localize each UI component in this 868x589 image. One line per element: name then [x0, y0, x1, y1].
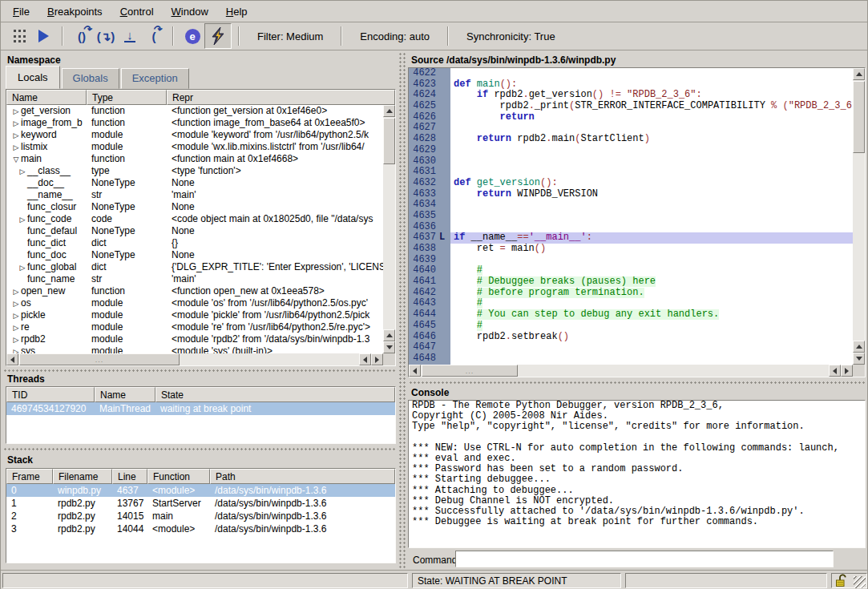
- namespace-vscrollbar[interactable]: [383, 105, 395, 353]
- source-line[interactable]: 4642 # before program termination.: [409, 288, 853, 299]
- tree-collapsed-icon[interactable]: ▷: [11, 322, 21, 333]
- go-button[interactable]: [31, 25, 55, 47]
- namespace-hscrollbar[interactable]: ...: [6, 353, 383, 365]
- synchronicity-indicator[interactable]: Synchronicity: True: [455, 30, 567, 42]
- source-line[interactable]: 4630: [409, 156, 853, 167]
- scroll-down-button[interactable]: [383, 341, 395, 353]
- namespace-row[interactable]: func_namestr'main': [6, 273, 383, 285]
- source-vscrollbar[interactable]: [853, 68, 865, 365]
- menu-item-breakpoints[interactable]: Breakpoints: [38, 2, 111, 21]
- source-line[interactable]: 4638 ret = main(): [409, 244, 853, 255]
- namespace-row[interactable]: ▷__class__type<type 'function'>: [6, 165, 383, 177]
- source-line[interactable]: 4626 return: [409, 112, 853, 123]
- column-header-function[interactable]: Function: [147, 469, 210, 484]
- namespace-row[interactable]: ▷keywordmodule<module 'keyword' from '/u…: [6, 129, 383, 141]
- namespace-row[interactable]: ▷osmodule<module 'os' from '/usr/lib64/p…: [6, 297, 383, 309]
- scroll-up-button[interactable]: [383, 105, 395, 117]
- source-line[interactable]: 4627: [409, 123, 853, 134]
- scroll-thumb[interactable]: [853, 81, 865, 153]
- column-header-state[interactable]: State: [155, 387, 395, 402]
- source-line[interactable]: 4625 rpdb2._print(STR_ERROR_INTERFACE_CO…: [409, 101, 853, 112]
- namespace-row[interactable]: ▷func_globaldict{'DLG_EXPR_TITLE': 'Ente…: [6, 261, 383, 273]
- menu-item-help[interactable]: Help: [217, 2, 256, 21]
- source-view[interactable]: 4622 4623def main():4624 if rpdb2.get_ve…: [408, 67, 866, 377]
- scroll-left-button[interactable]: [409, 365, 421, 377]
- column-header-frame[interactable]: Frame: [6, 469, 53, 484]
- namespace-row[interactable]: ▷func_codecode<code object main at 0x180…: [6, 213, 383, 225]
- scroll-up-button[interactable]: [853, 68, 865, 80]
- tree-collapsed-icon[interactable]: ▷: [18, 166, 27, 177]
- source-line[interactable]: 4636: [409, 222, 853, 233]
- namespace-row[interactable]: ▷image_from_bfunction<function image_fro…: [6, 117, 383, 129]
- menu-item-file[interactable]: File: [4, 2, 38, 21]
- step-over-button[interactable]: ()↷: [70, 25, 94, 47]
- source-line[interactable]: 4645 #: [409, 321, 853, 332]
- namespace-row[interactable]: ▷get_versionfunction<function get_versio…: [6, 105, 383, 117]
- column-header-type[interactable]: Type: [87, 90, 167, 105]
- source-line[interactable]: 4647: [409, 342, 853, 353]
- encoding-indicator[interactable]: Encoding: auto: [349, 30, 441, 42]
- namespace-row[interactable]: ▷open_newfunction<function open_new at 0…: [6, 285, 383, 297]
- scroll-thumb[interactable]: ...: [19, 353, 180, 365]
- tree-collapsed-icon[interactable]: ▷: [11, 310, 21, 321]
- source-line[interactable]: 4639: [409, 255, 853, 266]
- scroll-left-button[interactable]: [6, 353, 18, 365]
- column-header-name[interactable]: Name: [6, 90, 87, 105]
- goto-button[interactable]: ↓: [118, 25, 142, 47]
- scroll-right-button[interactable]: [371, 353, 383, 365]
- column-header-name[interactable]: Name: [95, 387, 155, 402]
- tree-collapsed-icon[interactable]: ▷: [11, 334, 21, 345]
- tree-collapsed-icon[interactable]: ▷: [18, 262, 27, 273]
- resize-grip[interactable]: [854, 576, 866, 588]
- step-into-button[interactable]: (↴): [94, 25, 118, 47]
- namespace-row[interactable]: ▷picklemodule<module 'pickle' from '/usr…: [6, 309, 383, 321]
- source-line[interactable]: 4622: [409, 68, 853, 79]
- source-line[interactable]: 4633 return WINPDB_VERSION: [409, 189, 853, 200]
- main-vertical-splitter[interactable]: [398, 51, 406, 569]
- scroll-up-button[interactable]: [853, 341, 865, 353]
- tree-expanded-icon[interactable]: ▽: [11, 154, 21, 165]
- tab-locals[interactable]: Locals: [6, 66, 60, 89]
- return-button[interactable]: (↷: [142, 25, 166, 47]
- tree-collapsed-icon[interactable]: ▷: [11, 106, 21, 117]
- stack-frame-row[interactable]: 2rpdb2.py14015main/data/sys/bin/winpdb-1…: [6, 510, 395, 522]
- break-button[interactable]: [7, 25, 31, 47]
- tree-collapsed-icon[interactable]: ▷: [11, 346, 21, 353]
- thread-row[interactable]: 46974534127920MainThreadwaiting at break…: [6, 402, 395, 415]
- column-header-line[interactable]: Line: [112, 469, 147, 484]
- namespace-row[interactable]: __name__str'main': [6, 189, 383, 201]
- tab-exception[interactable]: Exception: [121, 68, 189, 89]
- source-line[interactable]: 4624 if rpdb2.get_version() != "RPDB_2_3…: [409, 90, 853, 101]
- scroll-thumb[interactable]: [383, 118, 395, 164]
- source-line[interactable]: 4623def main():: [409, 79, 853, 91]
- synchronicity-toggle-button[interactable]: [204, 23, 232, 49]
- namespace-row[interactable]: func_closurNoneTypeNone: [6, 201, 383, 213]
- source-line[interactable]: 4646 rpdb2.setbreak(): [409, 332, 853, 343]
- stack-frame-row[interactable]: 3rpdb2.py14044<module>/data/sys/bin/winp…: [6, 522, 395, 535]
- scroll-thumb[interactable]: ...: [422, 365, 518, 377]
- source-hscrollbar[interactable]: ...: [409, 365, 853, 377]
- scroll-right-button[interactable]: [841, 365, 853, 377]
- tree-collapsed-icon[interactable]: ▷: [11, 130, 21, 141]
- scroll-up-button[interactable]: [383, 329, 395, 341]
- menu-item-window[interactable]: Window: [163, 2, 217, 21]
- namespace-row[interactable]: ▷listmixmodule<module 'wx.lib.mixins.lis…: [6, 141, 383, 153]
- column-header-tid[interactable]: TID: [6, 387, 95, 402]
- tree-collapsed-icon[interactable]: ▷: [11, 142, 21, 153]
- filter-indicator[interactable]: Filter: Medium: [246, 30, 334, 42]
- column-header-repr[interactable]: Repr: [167, 90, 395, 105]
- namespace-row[interactable]: __doc__NoneTypeNone: [6, 177, 383, 189]
- console-output[interactable]: RPDB - The Remote Python Debugger, versi…: [408, 400, 866, 548]
- tree-collapsed-icon[interactable]: ▷: [18, 214, 27, 225]
- source-line[interactable]: 4641 # Debuggee breaks (pauses) here: [409, 276, 853, 288]
- scroll-down-button[interactable]: [853, 353, 865, 365]
- menu-item-control[interactable]: Control: [111, 2, 163, 21]
- tree-collapsed-icon[interactable]: ▷: [11, 118, 21, 129]
- stack-frame-row[interactable]: 1rpdb2.py13767StartServer/data/sys/bin/w…: [6, 497, 395, 510]
- scroll-left-button[interactable]: [829, 365, 841, 377]
- scroll-left-button[interactable]: [359, 353, 371, 365]
- source-line[interactable]: 4634: [409, 200, 853, 211]
- source-line[interactable]: 4648: [409, 353, 853, 365]
- source-console-splitter[interactable]: [408, 380, 866, 384]
- namespace-row[interactable]: ▷sysmodule<module 'sys' (built-in)>: [6, 345, 383, 353]
